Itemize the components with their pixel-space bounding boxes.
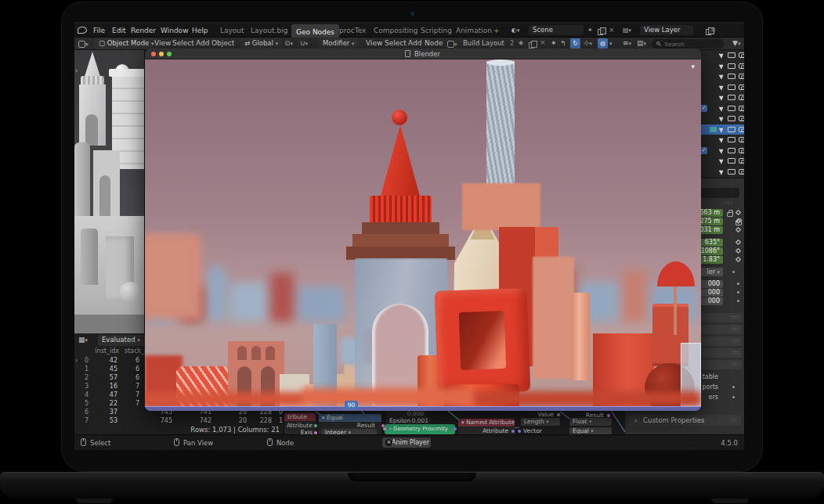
current-frame-badge[interactable]: 90	[345, 401, 358, 409]
close-scene-icon[interactable]: ×	[609, 26, 615, 34]
scene-icon[interactable]: ◐▾	[511, 27, 520, 34]
new-node-tree-icon[interactable]	[529, 42, 534, 49]
editor-type-icon[interactable]: ▾	[78, 40, 89, 48]
selectable-icon[interactable]	[719, 147, 725, 154]
animate-dot-icon[interactable]	[737, 291, 739, 293]
hide-viewport-icon[interactable]	[728, 148, 735, 153]
keyframe-diamond-icon[interactable]	[735, 210, 741, 215]
selectable-icon[interactable]	[719, 115, 725, 122]
hide-render-icon[interactable]	[739, 148, 744, 153]
socket-attribute[interactable]	[314, 424, 317, 427]
render-window[interactable]: Blender	[145, 49, 701, 411]
selectable-icon[interactable]	[719, 52, 725, 59]
overlays-icon[interactable]: ◍	[598, 38, 608, 49]
node-tree-name-field[interactable]: Build Layout	[463, 38, 511, 49]
pivot-point-icon[interactable]: ⊙▾	[284, 39, 293, 47]
overlays-chevron-icon[interactable]: ▾	[609, 39, 613, 47]
anim-player-badge[interactable]: × Anim Player	[382, 437, 431, 448]
socket-out[interactable]	[454, 427, 457, 430]
selectable-icon[interactable]	[719, 168, 725, 175]
keyframe-diamond-icon[interactable]	[735, 248, 741, 254]
vector-math-dropdown[interactable]: Length ▾	[521, 418, 560, 426]
custom-properties-header[interactable]: › Custom Properties ∷∷	[628, 415, 741, 426]
hide-render-icon[interactable]	[739, 116, 744, 121]
compare-node-header[interactable]: ▾ Equal	[319, 414, 381, 422]
exclude-checkbox[interactable]: ✓	[700, 105, 707, 112]
hide-render-icon[interactable]	[739, 85, 744, 90]
dataset-dropdown[interactable]: Evaluated ▾	[98, 335, 146, 346]
fake-user-shield-icon[interactable]: ◈	[519, 39, 523, 46]
hide-viewport-icon[interactable]	[728, 137, 735, 142]
hide-render-icon[interactable]	[739, 169, 744, 175]
hide-render-icon[interactable]	[739, 63, 744, 69]
hide-render-icon[interactable]	[739, 106, 744, 111]
column-header-inst-idx[interactable]: inst_idx	[94, 347, 119, 355]
panel-grip-icon[interactable]: ∷∷	[729, 415, 736, 426]
tab-layout-big[interactable]: Layout.big	[251, 23, 287, 38]
hide-render-icon[interactable]	[739, 95, 744, 100]
viewport-3d-clay[interactable]: ›	[74, 50, 145, 333]
outliner-search[interactable]: 🔍︎	[652, 39, 724, 49]
close-traffic-light[interactable]	[151, 52, 156, 56]
socket-value[interactable]	[557, 413, 560, 416]
pin-node-tree-icon[interactable]: ✶	[551, 39, 557, 47]
close-view-layer-icon[interactable]: ×	[710, 26, 717, 34]
tab-add-workspace[interactable]: +	[493, 23, 500, 38]
pin-scene-icon[interactable]: ✶	[587, 27, 593, 34]
scene-name-field[interactable]: Scene	[529, 25, 584, 35]
epsilon-field[interactable]: Epsilon 0.001	[386, 417, 432, 424]
orientation-dropdown[interactable]: ⇄ Global ▾	[240, 38, 282, 49]
animate-dot-icon[interactable]	[737, 300, 739, 302]
hide-render-icon[interactable]	[739, 158, 744, 164]
view-dropdown-chevron-icon[interactable]: ▾	[691, 63, 695, 70]
parent-navigate-icon[interactable]: ↰	[560, 39, 566, 47]
column-header-stack[interactable]: stack_t	[125, 347, 146, 355]
node-snap-icon[interactable]: ⊹▾	[584, 39, 592, 47]
animate-dot-icon[interactable]	[732, 396, 735, 398]
outliner-display-mode-icon[interactable]: ≡▾	[623, 39, 631, 47]
hide-render-icon[interactable]	[739, 127, 744, 132]
unlink-node-tree-icon[interactable]: ×	[540, 38, 546, 46]
tab-animation[interactable]: Animation	[456, 23, 492, 38]
animate-dot-icon[interactable]	[732, 386, 735, 388]
hide-viewport-icon[interactable]	[728, 85, 735, 90]
outliner-filter-mode-icon[interactable]: ▤▾	[637, 39, 646, 47]
minimize-traffic-light[interactable]	[159, 52, 164, 56]
selectable-icon[interactable]	[719, 63, 725, 70]
exclude-checkbox[interactable]: ✓	[700, 147, 707, 154]
value-field-fragment[interactable]: 0.000	[386, 410, 427, 417]
selectable-icon[interactable]	[719, 157, 725, 164]
hide-viewport-icon[interactable]	[728, 116, 735, 121]
hide-viewport-icon[interactable]	[728, 95, 735, 100]
selectable-icon[interactable]	[719, 126, 725, 133]
filter-funnel-icon[interactable]: ▼▾	[732, 39, 740, 47]
socket-result-2[interactable]	[607, 414, 610, 417]
snap-magnet-icon[interactable]: ∪▾	[300, 39, 308, 47]
hide-viewport-icon[interactable]	[728, 158, 735, 164]
keyframe-diamond-icon[interactable]	[735, 239, 741, 245]
node-tree-type-dropdown[interactable]: Modifier ▾	[319, 38, 359, 49]
zoom-traffic-light[interactable]	[167, 52, 172, 56]
copy-scene-icon[interactable]	[598, 29, 603, 35]
blender-logo-icon[interactable]	[78, 27, 87, 34]
selectable-icon[interactable]	[719, 94, 725, 101]
spreadsheet-icon[interactable]: ▦▾	[78, 336, 88, 344]
selectable-icon[interactable]	[719, 84, 725, 91]
view-layer-field[interactable]: View Layer	[640, 25, 693, 35]
hide-render-icon[interactable]	[739, 137, 744, 142]
hide-viewport-icon[interactable]	[728, 127, 735, 132]
stop-player-icon[interactable]: ×	[385, 439, 392, 446]
auto-offset-icon[interactable]: ↻	[570, 38, 580, 49]
hide-viewport-icon[interactable]	[728, 74, 735, 79]
toolbar-expand-arrow[interactable]: ›	[75, 67, 78, 74]
animate-dot-icon[interactable]	[737, 283, 739, 285]
menu-edit[interactable]: Edit	[112, 23, 125, 38]
named-attribute-2-header[interactable]: ▾ Named Attribute	[458, 419, 515, 427]
hide-viewport-icon[interactable]	[728, 52, 735, 58]
named-attribute-node-header[interactable]: tribute	[284, 413, 316, 421]
keyframe-diamond-icon[interactable]	[735, 227, 741, 232]
table-row[interactable]: 7 53 745 742 20 228 1	[74, 416, 284, 425]
hide-viewport-icon[interactable]	[728, 63, 735, 69]
view-layer-icon[interactable]: ▤▾	[623, 27, 631, 34]
hide-render-icon[interactable]	[739, 74, 744, 79]
